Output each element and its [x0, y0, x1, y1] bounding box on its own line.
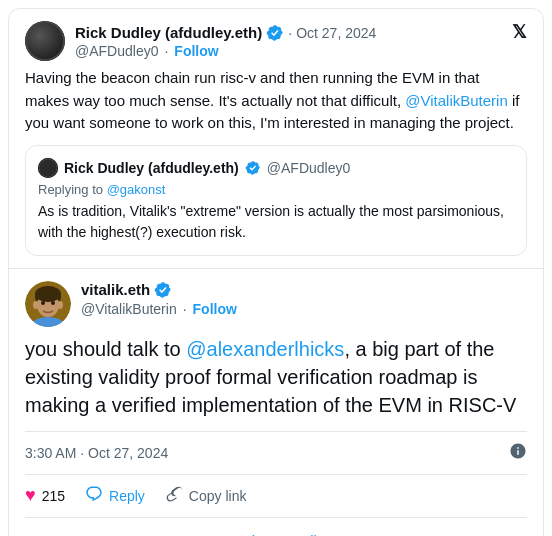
username-follow-row: @AFDudley0 · Follow — [75, 43, 376, 59]
main-display-name[interactable]: vitalik.eth — [81, 281, 150, 298]
main-tweet-follow-button[interactable]: Follow — [193, 301, 237, 317]
quoted-display-name: Rick Dudley (afdudley.eth) — [64, 160, 239, 176]
replying-to-label: Replying to — [38, 182, 107, 197]
main-tweet-header: vitalik.eth @VitalikButerin · Follow — [25, 281, 527, 327]
top-tweet-header-left: Rick Dudley (afdudley.eth) · Oct 27, 202… — [25, 21, 376, 61]
main-username-row: @VitalikButerin · Follow — [81, 301, 527, 317]
verified-icon — [266, 24, 284, 42]
vitalik-mention[interactable]: @VitalikButerin — [405, 92, 508, 109]
main-verified-icon — [154, 281, 172, 299]
read-replies-section: Read 122 replies — [25, 518, 527, 537]
top-tweet-display-name[interactable]: Rick Dudley (afdudley.eth) — [75, 24, 262, 41]
like-action[interactable]: ♥ 215 — [25, 485, 65, 506]
replying-mention[interactable]: @gakonst — [107, 182, 166, 197]
top-tweet-username: @AFDudley0 — [75, 43, 158, 59]
action-bar: ♥ 215 Reply Copy link — [25, 475, 527, 518]
top-tweet-follow-button[interactable]: Follow — [174, 43, 218, 59]
quoted-avatar — [38, 158, 58, 178]
user-name-row: Rick Dudley (afdudley.eth) · Oct 27, 202… — [75, 24, 376, 42]
read-replies-button[interactable]: Read 122 replies — [219, 532, 332, 537]
tweet-timestamp: 3:30 AM · Oct 27, 2024 — [25, 431, 527, 475]
quoted-tweet-body: As is tradition, Vitalik's "extreme" ver… — [38, 201, 514, 243]
copy-link-label: Copy link — [189, 488, 247, 504]
svg-point-7 — [57, 301, 63, 309]
top-tweet-user-info: Rick Dudley (afdudley.eth) · Oct 27, 202… — [75, 24, 376, 59]
top-tweet-header: Rick Dudley (afdudley.eth) · Oct 27, 202… — [25, 21, 527, 61]
main-tweet-section: vitalik.eth @VitalikButerin · Follow you… — [9, 269, 543, 537]
x-logo-icon[interactable]: 𝕏 — [512, 21, 527, 43]
top-tweet-section: Rick Dudley (afdudley.eth) · Oct 27, 202… — [9, 9, 543, 269]
link-icon — [165, 485, 183, 507]
alexander-mention[interactable]: @alexanderlhicks — [186, 338, 344, 360]
reply-icon — [85, 485, 103, 507]
svg-point-5 — [35, 286, 61, 302]
replying-to: Replying to @gakonst — [38, 182, 514, 197]
top-tweet-avatar[interactable] — [25, 21, 65, 61]
timestamp-text: 3:30 AM · Oct 27, 2024 — [25, 445, 168, 461]
reply-action[interactable]: Reply — [85, 485, 145, 507]
main-tweet-avatar[interactable] — [25, 281, 71, 327]
top-tweet-date: Oct 27, 2024 — [296, 25, 376, 41]
tweet-card: Rick Dudley (afdudley.eth) · Oct 27, 202… — [8, 8, 544, 536]
svg-point-8 — [41, 301, 45, 305]
main-username: @VitalikButerin — [81, 301, 177, 317]
svg-point-9 — [51, 301, 55, 305]
quoted-username: @AFDudley0 — [267, 160, 350, 176]
username-dot: · — [164, 43, 168, 59]
copy-link-action[interactable]: Copy link — [165, 485, 247, 507]
info-icon[interactable] — [509, 442, 527, 464]
svg-point-6 — [33, 301, 39, 309]
svg-point-1 — [39, 159, 57, 177]
quoted-tweet-header: Rick Dudley (afdudley.eth) @AFDudley0 — [38, 158, 514, 178]
top-tweet-body: Having the beacon chain run risc-v and t… — [25, 67, 527, 135]
main-display-name-row: vitalik.eth — [81, 281, 527, 299]
quoted-tweet[interactable]: Rick Dudley (afdudley.eth) @AFDudley0 Re… — [25, 145, 527, 256]
dot-separator: · — [288, 25, 292, 41]
quoted-verified-icon — [245, 160, 261, 176]
main-dot: · — [183, 301, 187, 317]
avatar-image — [25, 21, 65, 61]
main-user-info: vitalik.eth @VitalikButerin · Follow — [81, 281, 527, 317]
heart-icon: ♥ — [25, 485, 36, 506]
main-tweet-body: you should talk to @alexanderlhicks, a b… — [25, 335, 527, 419]
like-count: 215 — [42, 488, 65, 504]
reply-label: Reply — [109, 488, 145, 504]
